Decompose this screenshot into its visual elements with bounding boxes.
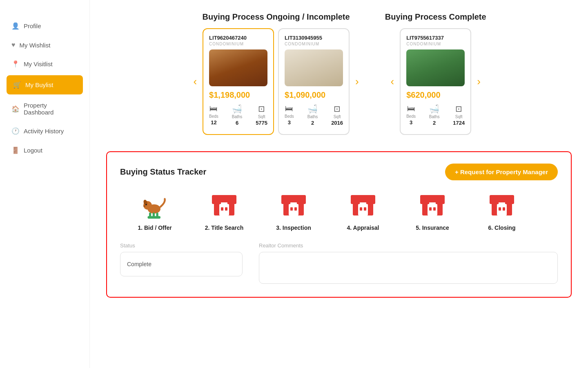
svg-rect-32 xyxy=(429,202,436,205)
property-card-1[interactable]: LIT3130945955 CONDOMINIUM $1,090,000 🛏 B… xyxy=(278,28,350,135)
bath-icon-0: 🛁 xyxy=(232,104,242,114)
svg-rect-24 xyxy=(360,207,362,211)
card-id-c0: LIT9755617337 xyxy=(406,35,465,41)
svg-rect-13 xyxy=(225,207,227,211)
complete-next-arrow[interactable]: › xyxy=(475,75,482,88)
card-type-c0: CONDOMINIUM xyxy=(406,42,465,46)
svg-rect-31 xyxy=(433,207,436,211)
svg-rect-35 xyxy=(497,204,507,215)
property-card-complete-0[interactable]: LIT9755617337 CONDOMINIUM $620,000 🛏 Bed… xyxy=(400,28,471,135)
sidebar-item-wishlist[interactable]: ♥ My Wishlist xyxy=(0,36,89,54)
card-type-1: CONDOMINIUM xyxy=(285,42,343,46)
status-input[interactable] xyxy=(120,252,243,276)
property-card-0[interactable]: LIT9620467240 CONDOMINIUM $1,198,000 🛏 B… xyxy=(203,28,274,135)
step-appraisal[interactable]: 4. Appraisal xyxy=(328,192,398,231)
dog-icon xyxy=(140,192,169,220)
sqft-icon-c0: ⊡ xyxy=(455,104,462,114)
step-6-icon-area xyxy=(486,192,518,220)
sqft-spec-1: ⊡ Sqft 2016 xyxy=(331,104,343,126)
card-specs-c0: 🛏 Beds 3 🛁 Baths 2 ⊡ Sqft 1724 xyxy=(406,104,465,126)
tracker-header: Buying Status Tracker + Request for Prop… xyxy=(120,164,558,180)
status-label: Status xyxy=(120,242,243,249)
step-bid-offer[interactable]: 1. Bid / Offer xyxy=(120,192,189,231)
card-image-1 xyxy=(285,49,343,86)
step-title-search[interactable]: 2. Title Search xyxy=(189,192,259,231)
svg-rect-11 xyxy=(219,204,229,215)
baths-spec-0: 🛁 Baths 6 xyxy=(232,104,243,126)
svg-rect-36 xyxy=(499,207,501,211)
step-6-label: 6. Closing xyxy=(488,224,516,231)
request-property-manager-button[interactable]: + Request for Property Manager xyxy=(445,164,558,180)
svg-rect-20 xyxy=(290,202,297,205)
step-4-label: 4. Appraisal xyxy=(347,224,379,231)
step-5-icon-area xyxy=(416,192,449,220)
svg-rect-29 xyxy=(428,204,437,215)
bath-icon-c0: 🛁 xyxy=(429,104,439,114)
svg-rect-12 xyxy=(221,207,223,211)
step-insurance[interactable]: 5. Insurance xyxy=(398,192,467,231)
comments-column: Realtor Comments xyxy=(259,242,558,284)
svg-rect-8 xyxy=(148,216,161,219)
tracker-steps: 1. Bid / Offer 2. Title Search xyxy=(120,192,558,231)
baths-value-0: 6 xyxy=(236,120,238,126)
svg-rect-25 xyxy=(364,207,366,211)
step-closing[interactable]: 6. Closing xyxy=(467,192,537,231)
complete-title: Buying Process Complete xyxy=(385,12,486,22)
step-3-label: 3. Inspection xyxy=(276,224,311,231)
svg-rect-14 xyxy=(221,202,227,205)
cart-icon: 🛒 xyxy=(13,81,21,89)
baths-spec-1: 🛁 Baths 2 xyxy=(307,104,318,126)
beds-spec-c0: 🛏 Beds 3 xyxy=(406,104,416,126)
sqft-value-0: 5775 xyxy=(256,120,267,126)
card-id-0: LIT9620467240 xyxy=(209,35,267,41)
sidebar-item-dashboard[interactable]: 🏠 Property Dashboard xyxy=(0,96,89,121)
buying-sections: Buying Process Ongoing / Incomplete ‹ LI… xyxy=(106,12,572,135)
card-price-c0: $620,000 xyxy=(406,90,465,100)
ongoing-title: Buying Process Ongoing / Incomplete xyxy=(202,12,350,22)
clock-icon: 🕐 xyxy=(11,127,20,135)
sqft-icon-1: ⊡ xyxy=(334,104,341,114)
step-1-icon-area xyxy=(138,192,171,220)
sqft-value-1: 2016 xyxy=(331,120,343,126)
sqft-value-c0: 1724 xyxy=(453,120,465,126)
bed-icon-c0: 🛏 xyxy=(407,104,415,113)
card-price-1: $1,090,000 xyxy=(285,90,343,100)
beds-spec-1: 🛏 Beds 3 xyxy=(285,104,294,126)
beds-value-0: 12 xyxy=(211,119,216,126)
sidebar-item-profile[interactable]: 👤 Profile xyxy=(0,16,89,36)
complete-cards-row: ‹ LIT9755617337 CONDOMINIUM $620,000 🛏 B… xyxy=(389,28,482,135)
card-id-1: LIT3130945955 xyxy=(285,35,343,41)
sidebar-item-visitlist[interactable]: 📍 My Visitlist xyxy=(0,54,89,74)
step-1-label: 1. Bid / Offer xyxy=(138,224,172,231)
building-flag-icon-2 xyxy=(212,195,236,218)
building-flag-icon-6 xyxy=(490,195,514,218)
logout-icon: 🚪 xyxy=(11,146,20,154)
baths-value-c0: 2 xyxy=(433,120,436,126)
building-flag-icon-5 xyxy=(420,195,445,218)
svg-rect-19 xyxy=(294,207,297,211)
complete-prev-arrow[interactable]: ‹ xyxy=(389,75,396,88)
baths-value-1: 2 xyxy=(311,120,314,126)
svg-rect-23 xyxy=(358,204,368,215)
sidebar-item-logout[interactable]: 🚪 Logout xyxy=(0,141,89,160)
card-specs-1: 🛏 Beds 3 🛁 Baths 2 ⊡ Sqft 2016 xyxy=(285,104,343,126)
svg-rect-30 xyxy=(429,207,432,211)
svg-rect-38 xyxy=(499,202,505,205)
bed-icon-1: 🛏 xyxy=(285,104,293,113)
ongoing-next-arrow[interactable]: › xyxy=(354,75,361,88)
sidebar-item-activity[interactable]: 🕐 Activity History xyxy=(0,121,89,141)
svg-point-4 xyxy=(143,205,145,207)
profile-icon: 👤 xyxy=(11,22,20,30)
svg-rect-37 xyxy=(503,207,505,211)
sidebar-item-buylist[interactable]: 🛒 My Buylist xyxy=(7,75,83,94)
svg-rect-26 xyxy=(360,202,366,205)
step-inspection[interactable]: 3. Inspection xyxy=(259,192,328,231)
home-icon: 🏠 xyxy=(11,105,20,113)
sidebar: 👤 Profile ♥ My Wishlist 📍 My Visitlist 🛒… xyxy=(0,0,90,368)
step-4-icon-area xyxy=(347,192,379,220)
ongoing-prev-arrow[interactable]: ‹ xyxy=(192,75,198,88)
pin-icon: 📍 xyxy=(11,60,20,68)
baths-spec-c0: 🛁 Baths 2 xyxy=(429,104,440,126)
sqft-icon-0: ⊡ xyxy=(258,104,265,114)
realtor-comments-textarea[interactable] xyxy=(259,252,558,284)
